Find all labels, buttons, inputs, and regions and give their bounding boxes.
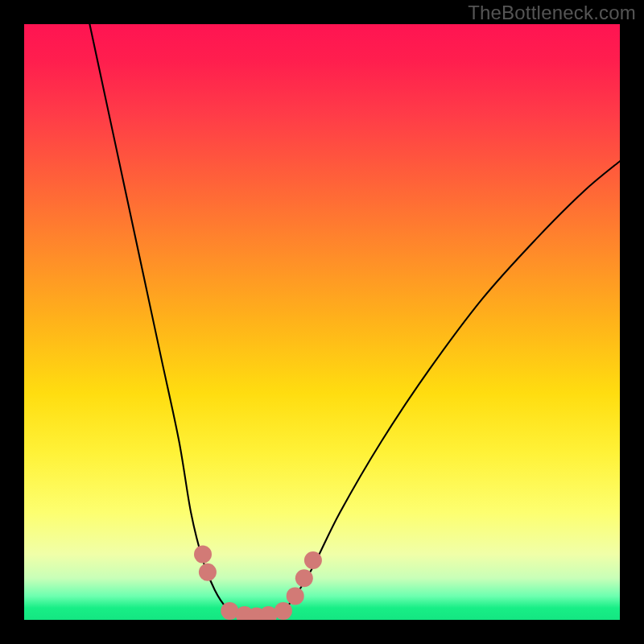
highlight-marker: [275, 602, 292, 620]
highlight-marker: [221, 602, 238, 620]
highlight-marker: [287, 587, 304, 605]
highlight-markers: [24, 24, 620, 620]
highlight-marker: [194, 546, 212, 564]
highlight-marker: [259, 606, 277, 620]
plot-area: [24, 24, 620, 620]
chart-frame: TheBottleneck.com: [0, 0, 644, 644]
watermark-text: TheBottleneck.com: [468, 2, 636, 24]
highlight-marker: [295, 569, 313, 587]
highlight-marker: [199, 564, 217, 581]
highlight-marker: [304, 551, 322, 569]
